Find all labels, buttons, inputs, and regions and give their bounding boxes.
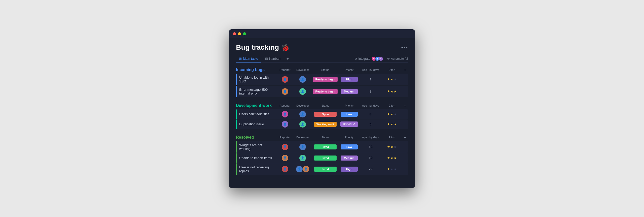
col-status: Status	[311, 104, 339, 107]
close-icon[interactable]	[233, 32, 236, 35]
priority-cell[interactable]: Low	[339, 112, 359, 117]
developer-cell: 👤👤	[294, 166, 311, 172]
age-cell: 6	[359, 112, 382, 116]
avatar: 👤	[299, 155, 306, 161]
status-badge[interactable]: Ready to begin	[313, 89, 338, 94]
priority-cell[interactable]: Critical ⚠	[339, 121, 359, 127]
status-badge[interactable]: Working on it	[314, 122, 337, 127]
star-filled: ★	[394, 122, 397, 126]
automate-button[interactable]: ⟳ Automate / 2	[387, 57, 408, 60]
section-title: Development work	[236, 103, 276, 108]
status-cell[interactable]: Fixed	[311, 144, 339, 149]
titlebar	[229, 29, 415, 38]
row-name: Duplication issue	[237, 120, 276, 128]
add-column-button[interactable]: +	[402, 135, 408, 139]
tab-kanban[interactable]: ⊟ Kanban	[262, 55, 284, 62]
table-row[interactable]: Users can't edit titles 👤 👤 Open Low 6 ★…	[236, 109, 408, 119]
priority-badge[interactable]: Low	[341, 112, 358, 117]
priority-badge[interactable]: Medium	[341, 89, 358, 94]
developer-cell: 👤	[294, 111, 311, 117]
avatar: 👤	[282, 121, 288, 128]
col-priority: Priority	[339, 104, 359, 107]
table-row[interactable]: User is not receiving replies 👤 👤👤 Fixed…	[236, 163, 408, 175]
avatar: 👤	[299, 76, 306, 83]
priority-badge[interactable]: High	[341, 77, 358, 82]
star-empty: ★	[394, 167, 397, 171]
avatar: 👤	[282, 76, 288, 83]
table-row[interactable]: Widgets are not working 👤 👤 Fixed Low 13…	[236, 141, 408, 153]
avatar: 👤	[282, 88, 288, 95]
priority-cell[interactable]: Medium	[339, 156, 359, 161]
status-badge[interactable]: Fixed	[314, 156, 337, 161]
col-effort: Effort	[382, 68, 402, 71]
star-filled: ★	[394, 156, 397, 160]
status-cell[interactable]: Open	[311, 112, 339, 117]
status-badge[interactable]: Fixed	[314, 167, 337, 172]
effort-cell: ★★★	[382, 145, 402, 149]
priority-badge[interactable]: Medium	[341, 156, 358, 161]
priority-cell[interactable]: Medium	[339, 89, 359, 94]
add-column-button[interactable]: +	[402, 104, 408, 108]
sections-container: Incoming bugs Reporter Developer Status …	[236, 68, 408, 175]
col-status: Status	[311, 136, 339, 139]
effort-cell: ★★★	[382, 112, 402, 116]
priority-cell[interactable]: High	[339, 167, 359, 172]
avatar: 👤	[299, 88, 306, 95]
effort-cell: ★★★	[382, 77, 402, 81]
automate-icon: ⟳	[387, 57, 390, 60]
table-row[interactable]: Error message '500 internal error' 👤 👤 R…	[236, 86, 408, 97]
status-badge[interactable]: Fixed	[314, 144, 337, 149]
status-cell[interactable]: Working on it	[311, 122, 339, 127]
status-cell[interactable]: Fixed	[311, 167, 339, 172]
status-cell[interactable]: Fixed	[311, 156, 339, 161]
integrate-label: Integrate	[358, 57, 370, 60]
section-header-development: Development work Reporter Developer Stat…	[236, 103, 408, 108]
more-options-button[interactable]: •••	[401, 45, 408, 50]
status-cell[interactable]: Ready to begin	[311, 77, 339, 82]
main-table-label: Main table	[243, 57, 258, 60]
table-row[interactable]: Duplication issue 👤 👤 Working on it Crit…	[236, 119, 408, 129]
reporter-cell: 👤	[276, 76, 294, 83]
add-column-button[interactable]: +	[402, 68, 408, 72]
section-header-resolved: Resolved Reporter Developer Status Prior…	[236, 135, 408, 140]
star-empty: ★	[390, 167, 393, 171]
priority-cell[interactable]: Low	[339, 144, 359, 149]
priority-badge[interactable]: High	[341, 167, 358, 172]
priority-badge[interactable]: Low	[341, 144, 358, 149]
table-row[interactable]: Unable to import items 👤 👤 Fixed Medium …	[236, 153, 408, 163]
age-cell: 1	[359, 77, 382, 81]
effort-cell: ★★★	[382, 89, 402, 93]
avatar: 👤	[282, 166, 288, 172]
avatar: 👤	[299, 111, 306, 117]
star-filled: ★	[387, 156, 390, 160]
page-title: Bug tracking 🐞	[236, 43, 290, 52]
priority-cell[interactable]: High	[339, 77, 359, 82]
row-name: Unable to import items	[237, 154, 276, 162]
table-row[interactable]: Unable to log in with SSO 👤 👤 Ready to b…	[236, 74, 408, 85]
tabs-left: ⊞ Main table ⊟ Kanban +	[236, 55, 354, 62]
add-view-button[interactable]: +	[285, 55, 291, 62]
col-age: Age - by days	[359, 104, 382, 107]
main-table-icon: ⊞	[239, 57, 242, 60]
status-badge[interactable]: Ready to begin	[313, 77, 338, 82]
status-cell[interactable]: Ready to begin	[311, 89, 339, 94]
maximize-icon[interactable]	[243, 32, 246, 35]
star-filled: ★	[390, 156, 393, 160]
status-badge[interactable]: Open	[314, 112, 337, 117]
avatar-3: ●	[379, 56, 383, 61]
developer-avatars: 👤👤	[296, 166, 309, 172]
star-empty: ★	[394, 112, 397, 116]
integrate-button[interactable]: ⚙ Integrate ✦ ◆ ●	[354, 56, 383, 61]
star-filled: ★	[390, 89, 393, 93]
automate-label: Automate / 2	[391, 57, 408, 60]
col-priority: Priority	[339, 136, 359, 139]
priority-badge[interactable]: Critical ⚠	[340, 121, 358, 127]
col-age: Age - by days	[359, 68, 382, 71]
stars-display: ★★★	[387, 122, 397, 126]
avatar: 👤	[296, 166, 303, 172]
row-name: Widgets are not working	[237, 141, 276, 153]
age-cell: 13	[359, 145, 382, 149]
developer-cell: 👤	[294, 76, 311, 83]
tab-main-table[interactable]: ⊞ Main table	[236, 55, 261, 63]
minimize-icon[interactable]	[238, 32, 241, 35]
